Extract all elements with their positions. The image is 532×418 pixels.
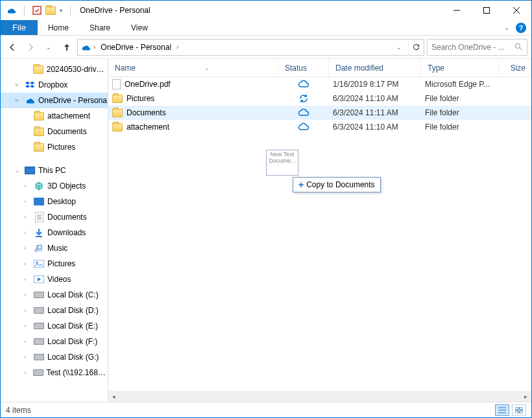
file-type: Microsoft Edge P... [421,80,499,89]
chevron-right-icon[interactable]: › [93,43,95,51]
file-date: 6/3/2024 11:11 AM [329,108,421,117]
file-name: Documents [127,108,166,117]
qat-props-icon[interactable] [32,6,42,15]
nav-item[interactable]: >Dropbox [1,77,108,93]
qat-dropdown-icon[interactable]: ▾ [60,8,62,14]
file-type: File folder [421,94,499,103]
horizontal-scrollbar[interactable]: ◂ ▸ [108,391,531,402]
forward-button[interactable] [23,40,38,55]
svg-rect-7 [34,198,44,205]
nav-item[interactable]: ›Local Disk (D:) [1,303,108,318]
svg-rect-18 [515,407,518,410]
ribbon-expand-icon[interactable]: ⌄ [504,24,509,31]
explorer-window: ▾ OneDrive - Personal File Home Share Vi… [0,0,532,418]
nav-item[interactable]: ›Downloads [1,225,108,240]
chevron-right-icon[interactable]: › [176,43,178,51]
file-tab[interactable]: File [1,20,38,35]
recent-dropdown[interactable]: ⌄ [41,40,56,55]
search-input[interactable]: Search OneDrive - ... [427,39,527,56]
svg-rect-19 [520,407,523,410]
nav-item[interactable]: ›Pictures [1,256,108,272]
breadcrumb[interactable]: OneDrive - Personal [98,43,174,52]
back-button[interactable] [5,40,20,55]
nav-item[interactable]: ›Desktop [1,194,108,209]
file-type: File folder [421,122,499,132]
file-date: 1/16/2019 8:17 PM [329,80,421,89]
minimize-button[interactable] [442,1,472,20]
col-size[interactable]: Size [499,59,531,76]
drive-icon [33,292,45,298]
nav-item[interactable]: ›Documents [1,209,108,225]
status-cloud-icon [278,108,329,117]
nav-item[interactable]: >OneDrive - Persona [1,93,108,108]
address-dropdown-icon[interactable]: ⌄ [393,44,405,51]
col-date[interactable]: Date modified [329,59,421,76]
file-name: OneDrive.pdf [125,80,171,89]
col-type[interactable]: Type [421,59,499,76]
tab-share[interactable]: Share [79,20,121,35]
nav-item[interactable]: ›Videos [1,272,108,287]
file-icon [112,79,121,89]
status-cloud-icon [278,80,329,89]
nav-item[interactable]: ›Local Disk (C:) [1,287,108,303]
onedrive-icon [80,42,91,52]
file-list[interactable]: OneDrive.pdf1/16/2019 8:17 PMMicrosoft E… [108,77,531,391]
tab-home[interactable]: Home [38,20,79,35]
up-button[interactable] [59,40,75,55]
nav-item[interactable]: ›Music [1,240,108,256]
svg-rect-20 [515,411,518,413]
scroll-right-icon[interactable]: ▸ [520,391,531,402]
nav-item[interactable]: ›Local Disk (F:) [1,334,108,349]
svg-rect-21 [520,411,523,413]
address-box[interactable]: › OneDrive - Personal › ⌄ [77,39,424,56]
drive-icon [33,354,45,360]
search-placeholder: Search OneDrive - ... [431,43,514,52]
nav-item[interactable]: attachement [1,108,108,124]
file-row[interactable]: Pictures6/3/2024 11:10 AMFile folder [108,91,531,106]
videos-icon [33,275,45,283]
scroll-left-icon[interactable]: ◂ [108,391,119,402]
refresh-button[interactable] [408,40,424,55]
navigation-pane[interactable]: 20240530-driver-p>Dropbox>OneDrive - Per… [1,59,108,402]
nav-item[interactable]: Pictures [1,139,108,155]
drive-icon [33,338,45,345]
nav-item[interactable]: ›3D Objects [1,178,108,194]
file-type: File folder [421,108,499,117]
drive-icon [33,307,45,314]
music-icon [33,244,45,253]
maximize-button[interactable] [472,1,502,20]
nav-item[interactable]: ›Local Disk (G:) [1,349,108,365]
nav-this-pc[interactable]: ⌄ This PC [1,163,108,178]
nav-item[interactable]: ›Local Disk (E:) [1,318,108,334]
drag-ghost: New Text Docume... [266,150,298,176]
ribbon: File Home Share View ⌄ ? [1,20,531,36]
tab-view[interactable]: View [121,20,158,35]
file-row[interactable]: attachement6/3/2024 11:10 AMFile folder [108,120,531,134]
dropbox-icon [24,80,36,90]
qat-folder-icon[interactable] [45,6,56,15]
file-row[interactable]: OneDrive.pdf1/16/2019 8:17 PMMicrosoft E… [108,77,531,91]
drive-icon [33,323,45,329]
svg-line-6 [520,48,522,50]
nav-item[interactable]: ›Test (\\192.168.1.2 [1,365,108,380]
nav-item[interactable]: Documents [1,124,108,139]
address-bar: ⌄ › OneDrive - Personal › ⌄ Search OneDr… [1,36,531,59]
drag-tooltip: + Copy to Documents [293,177,381,192]
3d-icon [33,181,45,191]
close-button[interactable] [502,1,531,20]
file-date: 6/3/2024 11:10 AM [329,94,421,103]
folder-icon [32,65,43,74]
svg-rect-2 [484,8,490,14]
folder-icon [112,95,123,103]
status-bar: 4 items [1,402,531,417]
file-row[interactable]: Documents6/3/2024 11:11 AMFile folder [108,106,531,120]
nav-item[interactable]: 20240530-driver-p [1,62,108,77]
search-icon [514,43,523,51]
help-icon[interactable]: ? [516,23,526,33]
icons-view-button[interactable] [512,404,526,416]
col-name[interactable]: Name⌄ [108,59,278,76]
file-name: attachement [127,122,169,132]
details-view-button[interactable] [495,404,509,416]
col-status[interactable]: Status [278,59,329,76]
svg-point-13 [36,262,38,264]
